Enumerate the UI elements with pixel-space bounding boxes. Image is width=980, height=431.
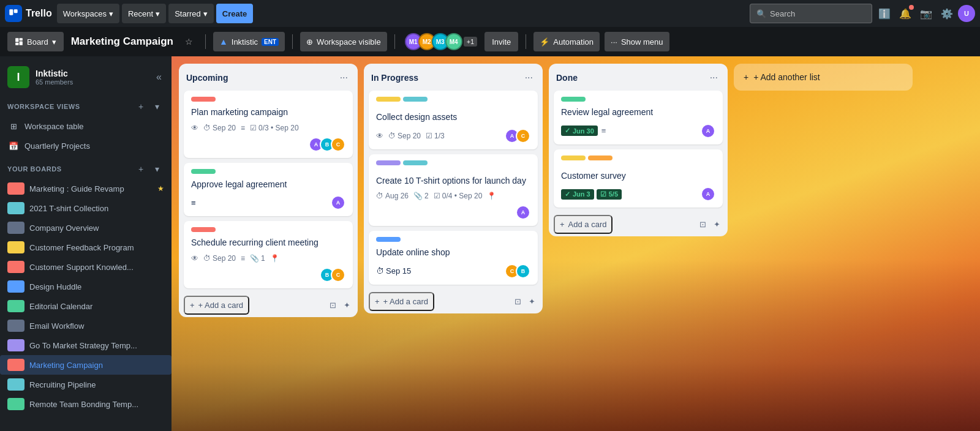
collapse-boards-button[interactable]: ▾ [149, 162, 164, 176]
card-avatar[interactable]: A [701, 187, 715, 201]
search-bar[interactable]: 🔍 Search [750, 4, 872, 23]
card-date: ⏱ Sep 20 [203, 124, 236, 132]
divider [394, 34, 395, 49]
recent-button[interactable]: Recent ▾ [122, 4, 166, 23]
card-label [561, 97, 586, 102]
card-avatar[interactable]: C [516, 129, 530, 143]
sidebar-item-board-6[interactable]: Editorial Calendar [0, 296, 172, 316]
create-button[interactable]: Create [216, 4, 253, 23]
card-avatar[interactable]: C [331, 268, 345, 282]
column-title: Upcoming [186, 73, 337, 83]
collapse-views-button[interactable]: ▾ [149, 99, 164, 114]
column-menu-button[interactable]: ··· [337, 70, 350, 86]
collapse-sidebar-button[interactable]: « [154, 69, 164, 85]
card-update-shop[interactable]: Update online shop ⏱ Sep 15 C B [369, 231, 538, 285]
add-view-button[interactable]: + [134, 99, 148, 114]
member-avatar[interactable]: M4 [445, 33, 462, 50]
card-ai-button[interactable]: ✦ [711, 217, 723, 231]
board-view-button[interactable]: Board ▾ [7, 32, 64, 51]
card-tshirt-options[interactable]: Create 10 T-shirt options for launch day… [369, 154, 538, 227]
card-template-button[interactable]: ⊡ [327, 298, 339, 312]
card-labels [561, 156, 715, 165]
add-list-button[interactable]: + + Add another list [734, 64, 913, 91]
sidebar-item-board-7[interactable]: Email Workflow [0, 316, 172, 335]
board-title: Marketing Campaign [71, 36, 173, 48]
add-card-button[interactable]: + Add a card [554, 215, 612, 234]
star-button[interactable]: ☆ [181, 33, 198, 50]
card-label [191, 227, 216, 232]
card-avatar[interactable]: A [701, 124, 715, 138]
card-avatar[interactable]: B [516, 264, 530, 279]
sidebar-item-workspace-table[interactable]: ⊞ Workspace table [0, 116, 172, 136]
card-avatars: A C [505, 129, 530, 143]
card-footer: A [376, 205, 530, 220]
main-layout: I Inktistic 65 members « Workspace views… [0, 56, 980, 431]
trello-wordmark: Trello [26, 8, 52, 19]
card-approve-legal[interactable]: Approve legal agreement ≡ A [184, 163, 353, 217]
sidebar-item-quarterly-projects[interactable]: 📅 Quartlerly Projects [0, 136, 172, 156]
card-avatar[interactable]: C [331, 137, 345, 152]
search-icon: 🔍 [756, 9, 766, 18]
visibility-button[interactable]: ⊕ Workspace visible [300, 32, 387, 51]
card-checklist: ☑ 1/3 [426, 132, 445, 140]
date-badge: ✓ Jun 3 [561, 189, 594, 200]
column-title: In Progress [371, 73, 522, 83]
card-customer-survey[interactable]: Customer survey ✓ Jun 3 ☑ 5/5 A [554, 149, 723, 208]
card-schedule-meeting[interactable]: Schedule recurring client meeting 👁 ⏱ Se… [184, 221, 353, 288]
divider [292, 34, 293, 49]
add-board-button[interactable]: + [134, 162, 148, 176]
checklist-icon: ☑ [600, 190, 606, 198]
add-card-button[interactable]: + + Add a card [369, 292, 434, 311]
sidebar-item-board-11[interactable]: Remote Team Bonding Temp... [0, 394, 172, 414]
desc-icon: ≡ [241, 124, 245, 132]
card-date: ⏱ Sep 15 [376, 266, 411, 275]
add-card-button[interactable]: + + Add a card [184, 296, 249, 315]
card-checklist: ☑ 0/4 • Sep 20 [434, 192, 483, 200]
card-template-button[interactable]: ⊡ [512, 294, 524, 309]
card-label [191, 97, 216, 102]
sidebar-item-board-9[interactable]: Marketing Campaign [0, 355, 172, 375]
invite-button[interactable]: Invite [484, 32, 518, 51]
card-collect-design[interactable]: Collect design assets 👁 ⏱ Sep 20 ☑ 1/3 A… [369, 91, 538, 149]
settings-button[interactable]: ⚙️ [937, 4, 957, 23]
sidebar-item-board-4[interactable]: Customer Support Knowled... [0, 257, 172, 277]
sidebar-item-board-0[interactable]: Marketing : Guide Revamp ★ [0, 179, 172, 198]
notifications-button[interactable]: 🔔 [895, 4, 915, 23]
sidebar-item-board-1[interactable]: 2021 T-shirt Collection [0, 198, 172, 218]
starred-button[interactable]: Starred ▾ [168, 4, 214, 23]
camera-button[interactable]: 📷 [916, 4, 936, 23]
info-button[interactable]: ℹ️ [875, 4, 894, 23]
show-menu-button[interactable]: ··· Show menu [605, 32, 669, 51]
sidebar-item-board-8[interactable]: Go To Market Strategy Temp... [0, 335, 172, 355]
sidebar-item-board-3[interactable]: Customer Feedback Program [0, 238, 172, 257]
board-color [7, 182, 24, 195]
trello-logo-icon [5, 5, 22, 22]
clock-icon: ⏱ [388, 132, 396, 140]
board-color [7, 378, 24, 391]
card-review-legal[interactable]: Review legal agreement ✓ Jun 30 ≡ A [554, 91, 723, 144]
sidebar-item-board-5[interactable]: Design Huddle [0, 277, 172, 296]
sidebar-item-board-2[interactable]: Company Overview [0, 218, 172, 238]
board-color [7, 241, 24, 253]
column-menu-button[interactable]: ··· [707, 70, 720, 86]
column-menu-button[interactable]: ··· [522, 70, 535, 86]
card-avatars: A [331, 195, 345, 210]
workspaces-button[interactable]: Workspaces ▾ [57, 4, 119, 23]
sidebar-item-board-10[interactable]: Recruiting Pipeline [0, 375, 172, 394]
plus-icon: + [375, 297, 380, 306]
automation-button[interactable]: ⚡ Automation [533, 32, 600, 51]
card-avatar[interactable]: A [331, 195, 345, 210]
card-plan-marketing[interactable]: Plan marketing campaign 👁 ⏱ Sep 20 ≡ ☑ 0… [184, 91, 353, 158]
card-ai-button[interactable]: ✦ [341, 298, 353, 312]
card-ai-button[interactable]: ✦ [526, 294, 538, 309]
column-header: Upcoming ··· [179, 64, 358, 91]
card-footer: ≡ A [191, 195, 345, 210]
card-template-button[interactable]: ⊡ [697, 217, 709, 231]
board-label: Customer Support Knowled... [29, 263, 164, 272]
check-icon: ✓ [565, 127, 570, 135]
checklist-icon: ☑ [434, 192, 440, 200]
workspace-badge[interactable]: ▲ Inktistic ENT [213, 32, 285, 51]
card-title: Customer survey [561, 170, 715, 182]
card-avatar[interactable]: A [516, 205, 530, 220]
user-avatar[interactable]: U [958, 5, 975, 22]
